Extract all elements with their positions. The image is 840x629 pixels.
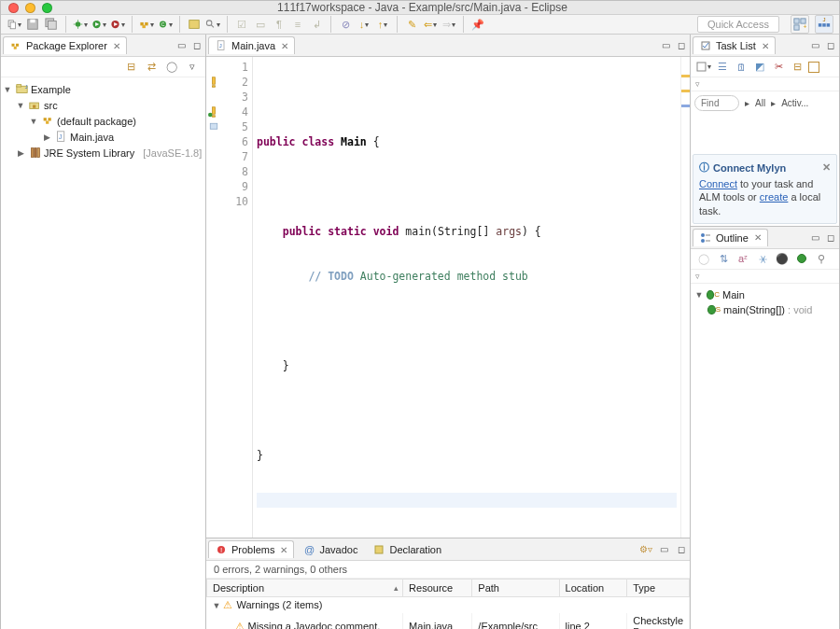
debug-button[interactable] (73, 17, 88, 32)
prev-annotation-button[interactable]: ↑ (375, 17, 390, 32)
overview-ruler[interactable] (680, 57, 690, 538)
editor-tab-main[interactable]: J Main.java ✕ (208, 36, 295, 54)
toggle-word-wrap-button[interactable]: ↲ (309, 17, 324, 32)
sort-button[interactable]: ⇅ (716, 251, 731, 266)
synchronize-button[interactable]: ✂ (771, 60, 786, 75)
close-view-icon[interactable]: ✕ (280, 545, 287, 555)
code-editor[interactable]: 1 2 3 4 5 6 7 8 9 10 public class Main {… (206, 57, 690, 538)
maximize-editor-button[interactable]: ◻ (675, 39, 688, 52)
quick-access-field[interactable]: Quick Access (697, 16, 779, 33)
find-input[interactable] (694, 95, 739, 111)
outline-tree[interactable]: ▼ C Main S main(String[]) : void (691, 284, 839, 321)
package-explorer-tree[interactable]: ▼ J Example ▼ src ▼ (default package) ▶ … (1, 77, 205, 629)
last-edit-button[interactable]: ✎ (404, 17, 419, 32)
expand-icon[interactable]: ▶ (16, 148, 25, 158)
warning-marker-icon[interactable] (206, 105, 221, 119)
problem-row[interactable]: ⚠Missing a Javadoc comment. Main.java/Ex… (207, 613, 690, 629)
show-whitespace-button[interactable]: ¶ (272, 17, 287, 32)
maximize-view-button[interactable]: ◻ (190, 39, 203, 52)
close-view-icon[interactable]: ✕ (113, 41, 120, 51)
skip-breakpoints-button[interactable]: ⊘ (338, 17, 353, 32)
create-task-link[interactable]: create (760, 191, 789, 203)
col-location[interactable]: Location (559, 580, 627, 597)
maximize-view-button[interactable]: ◻ (824, 39, 837, 52)
minimize-view-button[interactable]: ▭ (808, 39, 821, 52)
new-java-package-button[interactable] (139, 17, 154, 32)
src-folder-node[interactable]: ▼ src (3, 97, 203, 113)
focus-workweek-button[interactable]: ◩ (752, 60, 767, 75)
expand-icon[interactable]: ▼ (3, 85, 12, 94)
maximize-view-button[interactable]: ◻ (675, 543, 688, 556)
expand-icon[interactable]: ▼ (29, 117, 38, 126)
code-content[interactable]: public class Main { public static void m… (253, 57, 680, 538)
expand-icon[interactable]: ▼ (213, 601, 221, 610)
close-view-icon[interactable]: ✕ (754, 232, 762, 243)
java-perspective-button[interactable]: J (815, 15, 833, 34)
package-explorer-tab[interactable]: Package Explorer ✕ (3, 36, 127, 54)
collapse-all-button[interactable]: ⊟ (790, 60, 805, 75)
run-button[interactable] (91, 17, 106, 32)
forward-button[interactable]: ⇒ (441, 17, 456, 32)
close-view-icon[interactable]: ✕ (762, 41, 769, 51)
new-java-class-button[interactable]: C (158, 17, 173, 32)
col-path[interactable]: Path (472, 580, 559, 597)
package-node[interactable]: ▼ (default package) (3, 113, 203, 129)
declaration-tab[interactable]: Declaration (366, 540, 448, 558)
view-menu-button[interactable]: ⚙▿ (639, 543, 652, 556)
close-icon[interactable]: ✕ (822, 161, 831, 174)
close-window-button[interactable] (8, 3, 19, 13)
view-menu-button[interactable]: ▿ (691, 77, 839, 91)
all-link[interactable]: All (755, 98, 765, 108)
problems-tab[interactable]: ! Problems ✕ (208, 540, 294, 558)
scheduled-button[interactable]: 🗓 (734, 60, 749, 75)
save-all-button[interactable] (44, 17, 59, 32)
save-button[interactable] (25, 17, 40, 32)
minimize-view-button[interactable]: ▭ (175, 39, 188, 52)
open-type-button[interactable] (187, 17, 202, 32)
hide-fields-button[interactable]: aᶻ (735, 251, 750, 266)
connect-link[interactable]: Connect (699, 178, 737, 189)
search-button[interactable] (205, 17, 220, 32)
view-menu-button[interactable]: ▿ (691, 270, 839, 284)
outline-method-node[interactable]: S main(String[]) : void (694, 302, 835, 317)
expand-icon[interactable]: ▼ (694, 290, 704, 300)
javadoc-tab[interactable]: @ Javadoc (296, 540, 364, 558)
view-menu-button[interactable]: ▿ (185, 60, 200, 75)
hide-local-button[interactable] (794, 251, 809, 266)
focus-active-task-button[interactable]: ◯ (696, 251, 711, 266)
new-button[interactable] (7, 17, 21, 32)
file-node[interactable]: ▶ J Main.java (3, 129, 203, 145)
task-marker-icon[interactable] (208, 121, 219, 133)
project-node[interactable]: ▼ J Example (3, 81, 203, 97)
hide-nonpublic-button[interactable]: ⚫ (775, 251, 790, 266)
open-perspective-button[interactable]: + (791, 15, 809, 34)
coverage-button[interactable] (110, 17, 125, 32)
warnings-group-row[interactable]: ▼ ⚠Warnings (2 items) (207, 597, 690, 614)
hide-static-button[interactable]: ⚹ (755, 251, 770, 266)
minimize-view-button[interactable]: ▭ (808, 231, 821, 244)
expand-icon[interactable]: ▶ (42, 133, 51, 142)
col-type[interactable]: Type (627, 580, 690, 597)
toggle-block-selection-button[interactable]: ▭ (253, 17, 268, 32)
hide-completed-button[interactable] (808, 62, 819, 73)
toggle-mark-occurrences-button[interactable]: ☑ (234, 17, 249, 32)
back-button[interactable]: ⇐ (423, 17, 438, 32)
link-editor-button[interactable]: ⚲ (814, 251, 829, 266)
jre-node[interactable]: ▶ JRE System Library [JavaSE-1.8] (3, 145, 203, 161)
problems-table[interactable]: Description▴ Resource Path Location Type… (206, 579, 690, 629)
minimize-window-button[interactable] (25, 3, 35, 13)
col-description[interactable]: Description▴ (207, 580, 403, 597)
task-list-tab[interactable]: Task List ✕ (693, 36, 776, 54)
close-editor-icon[interactable]: ✕ (281, 41, 288, 51)
annotation-ruler[interactable] (206, 57, 221, 538)
categorized-button[interactable]: ☰ (715, 60, 730, 75)
minimize-view-button[interactable]: ▭ (657, 543, 670, 556)
maximize-view-button[interactable]: ◻ (824, 231, 837, 244)
zoom-window-button[interactable] (42, 3, 52, 13)
pin-editor-button[interactable]: 📌 (470, 17, 485, 32)
col-resource[interactable]: Resource (403, 580, 472, 597)
outline-tab[interactable]: Outline ✕ (693, 229, 768, 246)
collapse-all-button[interactable]: ⊟ (123, 60, 138, 75)
outline-class-node[interactable]: ▼ C Main (694, 287, 835, 302)
line-number-ruler[interactable]: 1 2 3 4 5 6 7 8 9 10 (221, 57, 253, 538)
